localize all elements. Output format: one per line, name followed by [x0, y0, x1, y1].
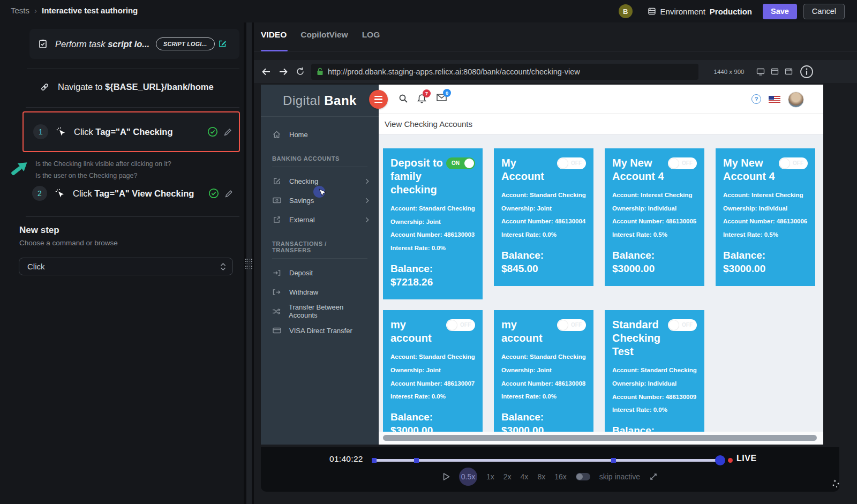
- account-detail-line: Ownership: Joint: [501, 202, 586, 215]
- bank-topbar: 7 0 ?: [379, 85, 823, 114]
- toggle-label: OFF: [460, 322, 471, 328]
- bank-nav-item-label: Deposit: [289, 269, 313, 277]
- play-icon[interactable]: [442, 472, 450, 481]
- hamburger-menu-button[interactable]: [369, 90, 388, 109]
- us-flag-icon[interactable]: [769, 96, 780, 103]
- tab-video[interactable]: VIDEO: [261, 30, 287, 48]
- task-step-row[interactable]: Perform task script lo... SCRIPT LOGI...: [29, 29, 239, 59]
- search-icon[interactable]: [399, 94, 408, 106]
- timeline-marker[interactable]: [414, 458, 419, 463]
- timeline-track[interactable]: [372, 459, 720, 462]
- help-icon[interactable]: ?: [751, 94, 761, 104]
- info-icon[interactable]: [800, 65, 814, 79]
- balance-amount: $845.00: [501, 262, 586, 276]
- edit-note-icon[interactable]: [218, 40, 227, 48]
- bank-nav-item-deposit[interactable]: Deposit: [261, 263, 379, 282]
- live-label: LIVE: [736, 454, 757, 463]
- reload-icon[interactable]: [296, 67, 305, 76]
- url-bar[interactable]: http://prod.dbank.staging-apps.relicx.ai…: [311, 64, 698, 80]
- test-steps-panel: Perform task script lo... SCRIPT LOGI...…: [0, 22, 244, 504]
- timeline-playhead[interactable]: [715, 455, 725, 465]
- command-select[interactable]: Click: [19, 258, 233, 275]
- window-icon[interactable]: [771, 68, 779, 75]
- account-detail-line: Ownership: Joint: [390, 364, 475, 377]
- speed-8x[interactable]: 8x: [537, 472, 545, 481]
- speed-16x[interactable]: 16x: [554, 472, 567, 481]
- chevron-right-icon: [365, 178, 369, 184]
- account-detail-line: Account: Standard Checking: [501, 350, 586, 364]
- header-actions: B Environment Production Save Cancel: [619, 0, 845, 22]
- breadcrumb-current: Interactive test authoring: [42, 6, 138, 15]
- bank-user-avatar[interactable]: [788, 92, 804, 108]
- account-card: OFFMy New Account 4Account: Interest Che…: [605, 148, 704, 286]
- user-avatar[interactable]: B: [619, 4, 633, 18]
- environment-selector[interactable]: Environment Production: [648, 7, 752, 16]
- account-toggle-off[interactable]: OFF: [668, 319, 697, 331]
- account-toggle-off[interactable]: OFF: [557, 157, 586, 169]
- account-toggle-on[interactable]: ON: [446, 157, 475, 169]
- account-details: Account: Standard CheckingOwnership: Joi…: [390, 350, 475, 403]
- window-alt-icon[interactable]: [785, 68, 793, 75]
- active-tab-underline: [261, 50, 288, 51]
- script-logic-button[interactable]: SCRIPT LOGI...: [156, 37, 214, 50]
- account-detail-line: Interest Rate: 0.0%: [501, 228, 586, 242]
- step-row-1[interactable]: 1 Click Tag="A" Checking: [22, 111, 240, 152]
- bank-sidebar: DigitalBank HomeBANKING ACCOUNTSChecking…: [261, 85, 379, 445]
- bank-main: 7 0 ? View Checking Accounts ONDeposit t…: [379, 85, 823, 445]
- step-number-badge: 2: [32, 186, 47, 201]
- scrollbar-thumb[interactable]: [383, 435, 817, 441]
- mail-icon[interactable]: 0: [437, 94, 447, 103]
- bank-logo: DigitalBank: [261, 85, 379, 117]
- account-toggle-off[interactable]: OFF: [446, 319, 475, 331]
- check-circle-icon[interactable]: [208, 188, 219, 199]
- bank-nav-item-visa-direct-transfer[interactable]: VISA Direct Transfer: [261, 321, 379, 340]
- speed-1x[interactable]: 1x: [486, 472, 494, 481]
- bank-nav-item-label: Withdraw: [289, 288, 318, 296]
- monitor-icon[interactable]: [756, 68, 765, 76]
- panel-resize-handle[interactable]: [245, 259, 252, 269]
- speed-0.5x[interactable]: 0.5x: [459, 468, 477, 486]
- fullscreen-icon[interactable]: [649, 472, 658, 481]
- cancel-button[interactable]: Cancel: [803, 4, 845, 19]
- skip-inactive-toggle[interactable]: [576, 473, 590, 480]
- pencil-icon[interactable]: [223, 127, 232, 137]
- bell-icon[interactable]: 7: [417, 94, 426, 106]
- account-balance: Balance:$3000.00: [612, 249, 697, 275]
- tab-log[interactable]: LOG: [362, 30, 380, 48]
- tab-copilotview[interactable]: CopilotView: [300, 30, 348, 48]
- account-detail-line: Account Number: 486130005: [612, 215, 697, 228]
- select-chevrons-icon: [220, 262, 226, 271]
- timeline-marker[interactable]: [372, 458, 377, 463]
- speed-2x[interactable]: 2x: [503, 472, 512, 481]
- mail-badge: 0: [443, 89, 451, 97]
- pencil-icon[interactable]: [224, 189, 234, 198]
- bank-nav-item-external[interactable]: External: [261, 210, 379, 229]
- bank-nav-item-label: Transfer Between Accounts: [289, 303, 369, 319]
- forward-icon[interactable]: [279, 67, 288, 76]
- save-button[interactable]: Save: [763, 4, 797, 19]
- account-card: OFFMy AccountAccount: Standard CheckingO…: [494, 148, 593, 286]
- command-select-value: Click: [27, 262, 45, 271]
- back-icon[interactable]: [261, 67, 271, 76]
- account-detail-line: Ownership: Joint: [501, 364, 586, 377]
- step-row-2[interactable]: 2 Click Tag="A" View Checking: [22, 182, 240, 205]
- speed-4x[interactable]: 4x: [521, 472, 529, 481]
- timeline-marker[interactable]: [611, 458, 616, 463]
- annotation-arrow-icon: [7, 157, 31, 181]
- account-card: OFFmy accountAccount: Standard CheckingO…: [383, 310, 483, 445]
- bank-content: ONDeposit to family checkingAccount: Sta…: [379, 134, 823, 445]
- toggle-label: OFF: [793, 160, 803, 166]
- navigate-step-row[interactable]: Navigate to ${BASE_URL}/bank/home: [40, 78, 214, 96]
- bank-nav-item-home[interactable]: Home: [261, 125, 379, 144]
- bank-nav-item-transfer-between-accounts[interactable]: Transfer Between Accounts: [261, 302, 379, 321]
- account-toggle-off[interactable]: OFF: [779, 157, 808, 169]
- account-details: Account: Interest CheckingOwnership: Ind…: [723, 189, 808, 242]
- account-toggle-off[interactable]: OFF: [668, 157, 697, 169]
- bank-nav-item-withdraw[interactable]: Withdraw: [261, 282, 379, 302]
- check-circle-icon[interactable]: [207, 126, 218, 137]
- account-toggle-off[interactable]: OFF: [557, 319, 586, 331]
- horizontal-scrollbar: [379, 432, 823, 445]
- account-card: OFFmy accountAccount: Standard CheckingO…: [494, 310, 593, 445]
- breadcrumb-tests[interactable]: Tests: [11, 6, 29, 15]
- navigate-step-label: Navigate to ${BASE_URL}/bank/home: [58, 82, 214, 92]
